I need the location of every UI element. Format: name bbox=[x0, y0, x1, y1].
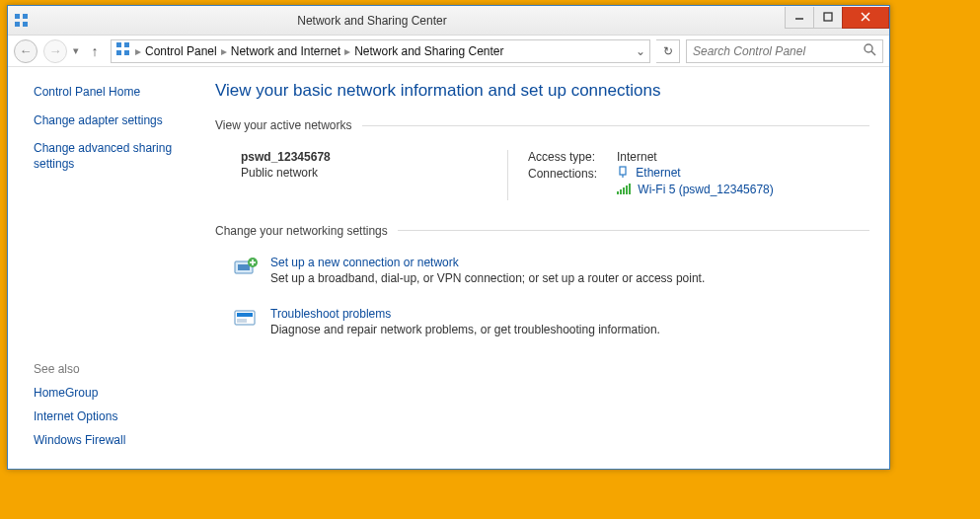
windows-firewall-link[interactable]: Windows Firewall bbox=[34, 433, 191, 447]
svg-rect-8 bbox=[116, 42, 121, 47]
forward-button[interactable]: → bbox=[43, 39, 67, 63]
chevron-right-icon[interactable]: ▸ bbox=[344, 44, 350, 58]
maximize-button[interactable] bbox=[813, 7, 843, 29]
search-box[interactable] bbox=[686, 39, 883, 63]
setup-connection-desc: Set up a broadband, dial-up, or VPN conn… bbox=[270, 271, 705, 285]
access-type-value: Internet bbox=[617, 150, 657, 164]
location-icon bbox=[115, 41, 131, 60]
svg-rect-17 bbox=[620, 189, 622, 194]
setup-connection-item: Set up a new connection or network Set u… bbox=[233, 256, 869, 285]
history-dropdown-icon[interactable]: ▾ bbox=[73, 44, 79, 57]
active-networks-label: View your active networks bbox=[215, 118, 352, 132]
search-icon bbox=[863, 42, 876, 59]
networking-settings-header: Change your networking settings bbox=[215, 224, 869, 238]
network-type: Public network bbox=[241, 166, 507, 180]
see-also-header: See also bbox=[34, 362, 191, 376]
main-content: View your basic network information and … bbox=[205, 67, 889, 469]
networking-settings-label: Change your networking settings bbox=[215, 224, 388, 238]
breadcrumb-sharing-center[interactable]: Network and Sharing Center bbox=[354, 44, 503, 58]
connections-label: Connections: bbox=[528, 167, 617, 181]
troubleshoot-link[interactable]: Troubleshoot problems bbox=[270, 307, 660, 321]
close-button[interactable] bbox=[842, 7, 889, 29]
wifi-signal-icon bbox=[617, 184, 631, 198]
refresh-button[interactable]: ↻ bbox=[656, 39, 680, 63]
chevron-right-icon[interactable]: ▸ bbox=[135, 44, 141, 58]
network-name: pswd_12345678 bbox=[241, 150, 507, 164]
change-adapter-settings-link[interactable]: Change adapter settings bbox=[34, 112, 191, 128]
minimize-button[interactable] bbox=[785, 7, 814, 29]
address-dropdown-icon[interactable]: ⌄ bbox=[636, 44, 645, 58]
control-panel-home-link[interactable]: Control Panel Home bbox=[34, 85, 191, 99]
ethernet-icon bbox=[617, 166, 629, 181]
internet-options-link[interactable]: Internet Options bbox=[34, 409, 191, 423]
svg-rect-19 bbox=[626, 185, 628, 194]
svg-rect-28 bbox=[237, 319, 247, 323]
setup-connection-icon bbox=[233, 256, 261, 279]
active-network-block: pswd_12345678 Public network Access type… bbox=[215, 142, 869, 224]
svg-rect-5 bbox=[824, 13, 832, 21]
page-title: View your basic network information and … bbox=[215, 81, 869, 101]
active-networks-header: View your active networks bbox=[215, 118, 869, 132]
svg-rect-9 bbox=[124, 42, 129, 47]
search-input[interactable] bbox=[693, 44, 863, 58]
title-bar: Network and Sharing Center bbox=[8, 6, 889, 36]
troubleshoot-icon bbox=[233, 307, 261, 331]
svg-rect-11 bbox=[124, 50, 129, 55]
setup-connection-link[interactable]: Set up a new connection or network bbox=[270, 256, 705, 269]
address-bar[interactable]: ▸ Control Panel ▸ Network and Internet ▸… bbox=[111, 39, 650, 63]
svg-rect-10 bbox=[116, 50, 121, 55]
wifi-link[interactable]: Wi-Fi 5 (pswd_12345678) bbox=[638, 183, 773, 196]
homegroup-link[interactable]: HomeGroup bbox=[34, 386, 191, 400]
svg-rect-27 bbox=[237, 313, 253, 317]
chevron-right-icon[interactable]: ▸ bbox=[221, 44, 227, 58]
sidebar: Control Panel Home Change adapter settin… bbox=[8, 67, 205, 469]
svg-line-13 bbox=[871, 51, 875, 55]
svg-rect-18 bbox=[623, 187, 625, 194]
control-panel-window: Network and Sharing Center ← → ▾ ↑ bbox=[7, 5, 890, 470]
access-type-label: Access type: bbox=[528, 150, 617, 164]
up-button[interactable]: ↑ bbox=[85, 41, 105, 61]
window-title: Network and Sharing Center bbox=[0, 14, 786, 28]
troubleshoot-item: Troubleshoot problems Diagnose and repai… bbox=[233, 307, 869, 336]
svg-point-12 bbox=[865, 44, 872, 52]
troubleshoot-desc: Diagnose and repair network problems, or… bbox=[270, 323, 660, 336]
back-button[interactable]: ← bbox=[14, 39, 38, 63]
breadcrumb-control-panel[interactable]: Control Panel bbox=[145, 44, 217, 58]
ethernet-link[interactable]: Ethernet bbox=[636, 166, 680, 180]
breadcrumb-network-internet[interactable]: Network and Internet bbox=[231, 44, 340, 58]
svg-rect-16 bbox=[617, 191, 619, 194]
svg-rect-14 bbox=[620, 167, 626, 175]
svg-rect-22 bbox=[238, 264, 250, 270]
change-advanced-sharing-link[interactable]: Change advanced sharing settings bbox=[34, 140, 191, 172]
svg-rect-20 bbox=[629, 184, 631, 194]
navigation-bar: ← → ▾ ↑ ▸ Control Panel ▸ Network and In… bbox=[8, 36, 889, 67]
